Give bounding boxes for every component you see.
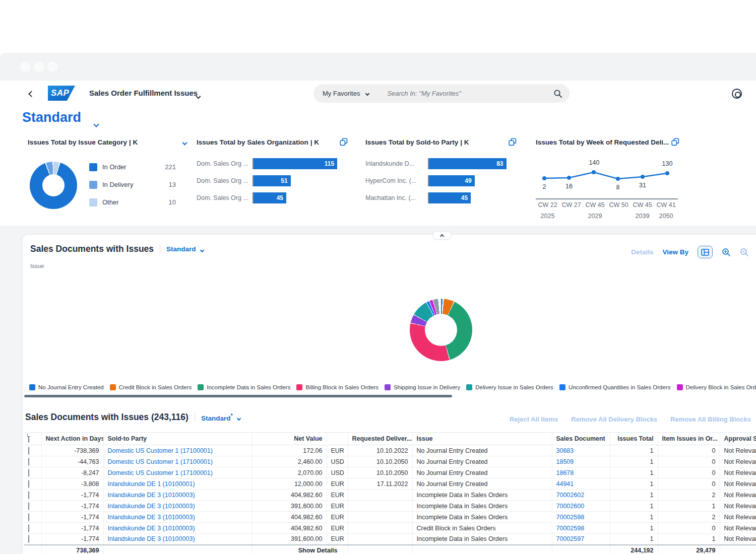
select-all-icon[interactable] (28, 435, 29, 443)
search-bar[interactable]: My Favorites Search In: "My Favorites" (313, 84, 570, 103)
sold-to-link[interactable]: Inlandskunde DE 3 (10100003) (103, 490, 252, 501)
sales-doc-link[interactable]: 18509 (552, 456, 610, 467)
bar-row[interactable]: Machattan Inc. (...45 (365, 192, 517, 203)
sold-to-link[interactable]: Inlandskunde DE 3 (10100003) (103, 501, 252, 512)
table-row[interactable]: -1,774Inlandskunde DE 3 (10100003)391,60… (24, 501, 756, 512)
search-input[interactable]: Search In: "My Favorites" (387, 90, 553, 97)
col-issue[interactable]: Issue (412, 433, 552, 445)
sold-to-link[interactable]: Inlandskunde DE 3 (10100003) (103, 512, 252, 523)
sales-doc-link[interactable]: 70002598 (552, 523, 610, 534)
search-icon[interactable] (553, 89, 562, 98)
bar-row[interactable]: Dom. Sales Org ...45 (197, 192, 348, 203)
legend-item[interactable]: In Delivery13 (89, 176, 176, 193)
sales-doc-link[interactable]: 70002602 (552, 490, 610, 501)
bar-row[interactable]: HyperCom Inc. (...49 (365, 175, 517, 186)
row-checkbox[interactable] (28, 480, 29, 488)
legend-item[interactable]: Billing Block in Sales Orders (296, 384, 378, 390)
col-sales-document[interactable]: Sales Document (552, 433, 610, 445)
sales-doc-link[interactable]: 44941 (552, 478, 610, 490)
legend-item[interactable]: Unconfirmed Quantities in Sales Orders (559, 384, 671, 390)
table-row[interactable]: -44,763Domestic US Customer 1 (17100001)… (24, 456, 756, 467)
row-checkbox[interactable] (28, 513, 29, 521)
table-row[interactable]: -8,247Domestic US Customer 1 (17100001)2… (24, 467, 756, 478)
sales-doc-link[interactable]: 70002598 (552, 512, 610, 523)
sales-doc-link[interactable]: 18678 (552, 467, 610, 478)
col-requested-delivery[interactable]: Requested Deliver... (348, 433, 412, 445)
bar-row[interactable]: Dom. Sales Org ...51 (197, 175, 348, 186)
legend-item[interactable]: Shipping Issue in Delivery (385, 384, 460, 390)
col-issues-total[interactable]: Issues Total (610, 433, 658, 445)
card-issues-by-sales-org[interactable]: Issues Total by Sales Organization| K Do… (197, 137, 348, 226)
bar-row[interactable]: Inlandskunde D...83 (365, 158, 517, 169)
legend-item[interactable]: Delivery Issue in Sales Orders (466, 384, 553, 390)
issues-donut-chart[interactable] (410, 299, 472, 361)
col-next-action[interactable]: Next Action in Days (41, 433, 103, 445)
row-checkbox[interactable] (28, 447, 29, 455)
row-checkbox[interactable] (28, 469, 29, 477)
table-row[interactable]: -1,774Inlandskunde DE 3 (10100003)391,60… (24, 534, 756, 545)
legend-item[interactable]: In Order221 (89, 158, 176, 176)
line-chart[interactable]: 140 130 2 16 8 31 (536, 157, 678, 197)
bar-row[interactable]: Dom. Sales Org ...115 (197, 158, 348, 169)
row-checkbox[interactable] (28, 502, 29, 510)
table-row[interactable]: -3,808Inlandskunde DE 1 (10100001)12,000… (24, 478, 756, 490)
row-checkbox[interactable] (28, 535, 29, 543)
page-variant-dropdown[interactable] (94, 119, 98, 128)
table-view-button[interactable] (698, 246, 713, 258)
card-issues-by-week[interactable]: Issues Total by Week of Requested Deli..… (536, 137, 679, 226)
sold-to-link[interactable]: Inlandskunde DE 1 (10100001) (103, 478, 252, 490)
row-checkbox[interactable] (28, 491, 29, 499)
sales-doc-link[interactable]: 70002600 (552, 501, 610, 512)
open-chart-icon[interactable] (671, 138, 679, 146)
sold-to-link[interactable]: Inlandskunde DE 3 (10100003) (103, 534, 252, 545)
open-chart-icon[interactable] (340, 138, 348, 146)
legend-item[interactable]: Credit Block in Sales Orders (110, 384, 192, 390)
table-row[interactable]: -1,774Inlandskunde DE 3 (10100003)404,98… (24, 512, 756, 523)
page-variant-title[interactable]: Standard (22, 110, 81, 125)
collapse-header-button[interactable] (432, 231, 452, 240)
chart-variant-select[interactable]: Standard (166, 245, 196, 253)
chart-variant-dropdown[interactable] (201, 245, 204, 254)
col-currency[interactable] (327, 433, 348, 445)
app-title-dropdown[interactable] (197, 91, 200, 100)
table-row[interactable]: -1,774Inlandskunde DE 3 (10100003)404,98… (24, 490, 756, 501)
search-scope-select[interactable]: My Favorites (323, 90, 360, 97)
sales-doc-link[interactable]: 30683 (552, 445, 610, 456)
horizontal-scrollbar[interactable] (24, 395, 452, 397)
col-net-value[interactable]: Net Value (252, 433, 327, 445)
legend-item[interactable]: No Journal Entry Created (29, 384, 104, 390)
table-row[interactable]: -1,774Inlandskunde DE 3 (10100003)404,98… (24, 523, 756, 534)
sales-doc-link[interactable]: 70002597 (552, 534, 610, 545)
card-issues-by-sold-to[interactable]: Issues Total by Sold-to Party| K Inlands… (365, 137, 517, 226)
reject-all-items-button[interactable]: Reject All Items (510, 416, 558, 423)
back-button[interactable] (29, 89, 34, 98)
legend-item[interactable]: Other10 (89, 193, 176, 211)
zoom-in-icon[interactable] (722, 248, 731, 257)
col-item-issues[interactable]: Item Issues in Or... (658, 433, 720, 445)
legend-item[interactable]: Incomplete Data in Sales Orders (198, 384, 290, 390)
col-sold-to[interactable]: Sold-to Party (103, 433, 252, 445)
row-checkbox[interactable] (28, 524, 29, 532)
view-by-button[interactable]: View By (662, 248, 688, 256)
table-row[interactable]: -738,369Domestic US Customer 1 (17100001… (24, 445, 756, 456)
sold-to-link[interactable]: Inlandskunde DE 3 (10100003) (103, 523, 252, 534)
sold-to-link[interactable]: Domestic US Customer 1 (17100001) (103, 456, 252, 467)
card-dropdown[interactable] (183, 137, 186, 147)
open-chart-icon[interactable] (509, 138, 517, 146)
col-approval-status[interactable]: Approval Status (720, 433, 756, 445)
remove-all-delivery-blocks-button[interactable]: Remove All Delivery Blocks (571, 416, 657, 423)
category-donut-chart[interactable] (30, 162, 77, 209)
legend-item[interactable]: Delivery Block in Sales Orders (677, 384, 756, 390)
details-button[interactable]: Details (631, 248, 653, 256)
sap-logo[interactable]: SAP (48, 86, 75, 101)
show-details-link[interactable]: Show Details (252, 545, 348, 554)
sold-to-link[interactable]: Domestic US Customer 1 (17100001) (103, 445, 252, 456)
card-issues-by-category[interactable]: Issues Total by Issue Category| K In Ord… (28, 137, 186, 226)
remove-all-billing-blocks-button[interactable]: Remove All Billing Blocks (670, 416, 751, 423)
table-variant-select[interactable]: Standard* (201, 412, 233, 422)
copilot-icon[interactable] (732, 89, 742, 99)
sold-to-link[interactable]: Domestic US Customer 1 (17100001) (103, 467, 252, 478)
row-checkbox[interactable] (28, 458, 29, 466)
zoom-out-icon[interactable] (740, 248, 749, 257)
table-variant-dropdown[interactable] (237, 413, 240, 422)
